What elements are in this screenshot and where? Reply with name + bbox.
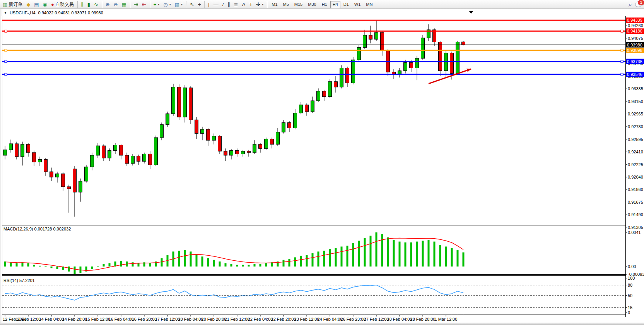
line-chart-button[interactable]: ∿ [92,0,100,9]
bar-chart-button[interactable]: ⫼ [79,0,85,9]
horizontal-line-button[interactable]: — [212,0,220,9]
candle-body [282,122,285,132]
candle-body [439,42,442,71]
hline-handle[interactable] [621,30,623,32]
price-tick-label: 0.93150 [628,99,643,104]
chart-canvas[interactable]: 0.942600.940750.938900.937050.935200.933… [0,16,644,323]
data-window-button[interactable]: ▤ [32,0,41,9]
hline-pivot-orange[interactable]: 0.93898 [2,48,644,53]
candle-body [299,105,303,113]
candle-body [259,144,262,149]
crosshair-button[interactable]: ⌖ [196,0,203,9]
timeframe-m15-button[interactable]: M15 [292,1,305,8]
price-tag-label: 0.94180 [627,29,642,33]
candle-body [323,91,326,96]
time-axis-label: 1 Mar 12:00 [435,317,458,322]
hline-handle[interactable] [621,73,623,76]
cursor-button[interactable]: ↖ [188,0,196,9]
market-watch-button[interactable]: ◆ [24,0,32,9]
hline-handle[interactable] [5,30,7,32]
pane-splitter[interactable] [2,275,626,276]
macd-histogram-bar [16,263,18,267]
signals-button[interactable]: ◉ [41,0,49,9]
candlestick-chart-button[interactable]: ▮ [85,0,92,9]
chart-menu-icon[interactable]: ▼ [4,11,7,15]
timeframe-m1-button[interactable]: M1 [269,1,280,8]
text-label-button[interactable]: T [247,0,254,9]
indicators-dropdown-icon[interactable]: ▾ [158,3,159,6]
hline-handle[interactable] [621,49,623,52]
candle-body [114,145,117,151]
periods-button[interactable]: ◷▾ [161,0,173,9]
templates-dropdown-icon[interactable]: ▾ [181,3,183,6]
hline-handle[interactable] [621,60,623,63]
hline-handle[interactable] [5,73,7,76]
toolbar-separator [267,1,267,8]
arrows-dropdown-icon[interactable]: ▾ [262,3,263,6]
chart-symbol-period: USDCHF-,H4 [10,10,36,15]
window-bottom-frame [0,323,644,325]
trendline-button[interactable]: / [220,0,226,9]
hline-resistance-lower[interactable]: 0.94180 [2,28,644,34]
chart-shift-button[interactable]: ⇥ [132,0,140,9]
candle-body [328,82,332,97]
timeframe-m30-button[interactable]: M30 [306,1,318,8]
auto-trading-button[interactable]: ●自动交易 [49,0,76,9]
macd-histogram-bar [196,254,198,267]
pane-splitter[interactable] [2,225,626,226]
auto-scroll-button[interactable]: ⇤ [140,0,148,9]
zoom-in-button[interactable]: ⊕ [104,0,112,9]
price-tick-label: 0.93335 [628,86,643,91]
templates-button[interactable]: ▧▾ [173,0,184,9]
timeframe-w1-button[interactable]: W1 [352,1,363,8]
search-icon[interactable]: ⌕ [629,2,632,7]
candle-body [294,113,297,128]
zoom-out-button[interactable]: ⊖ [112,0,120,9]
hline-handle[interactable] [5,49,7,52]
candle-body [247,151,251,153]
time-axis[interactable]: 12 Feb 202313 Feb 12:0014 Feb 04:0014 Fe… [3,315,463,322]
macd-histogram-bar [341,246,343,267]
macd-histogram-bar [370,236,372,267]
candle-body [67,187,71,189]
vertical-line-button[interactable]: | [206,0,211,9]
timeframe-h1-button[interactable]: H1 [319,1,330,8]
hline-resistance-upper[interactable]: 0.94339 [2,17,644,23]
toolbar-separator [130,1,130,8]
chart-shift-marker[interactable] [469,11,473,14]
price-tick-label: 0.92595 [628,137,643,142]
candle-body [450,53,454,74]
indicators-button[interactable]: +▾ [152,0,162,9]
periods-dropdown-icon[interactable]: ▾ [169,3,171,6]
macd-histogram-bar [439,245,441,267]
macd-histogram-bar [103,264,105,267]
candle-body [369,35,372,40]
macd-histogram-bar [318,251,319,267]
candle-body [340,68,343,87]
hline-current-price[interactable]: 0.93980 [2,42,644,48]
toolbar-scroll-group: ⇥⇤ [132,0,148,9]
rsi-pane: 1008050150RSI(14) 57.2201 [2,276,635,315]
hline-support-lower[interactable]: 0.93546 [2,72,644,77]
macd-histogram-bar [463,253,465,267]
timeframe-h4-button[interactable]: H4 [330,1,340,8]
tile-windows-button[interactable]: ▦ [120,0,128,9]
fibonacci-icon: ≣ [234,2,238,7]
hline-support-upper[interactable]: 0.93735 [2,59,644,64]
toolbar-zoom-group: ⊕⊖▦ [104,0,128,9]
hline-handle[interactable] [5,60,7,63]
timeframe-m5-button[interactable]: M5 [281,1,291,8]
notifications-icon[interactable]: 1 [635,2,642,7]
fibonacci-button[interactable]: ≣ [232,0,240,9]
text-button[interactable]: A [240,0,248,9]
timeframe-mn-button[interactable]: MN [364,1,375,8]
candle-body [218,136,222,151]
candle-body [276,132,280,144]
price-axis[interactable]: 0.942600.940750.938900.937050.935200.933… [625,23,643,229]
new-order-button[interactable]: ▥新订单 [1,0,24,9]
equidistant-channel-button[interactable]: ∥ [225,0,232,9]
timeframe-d1-button[interactable]: D1 [341,1,351,8]
candle-body [375,33,378,40]
time-axis-label: 24 Feb 04:00 [318,317,343,322]
arrows-button[interactable]: ✣▾ [254,0,265,9]
